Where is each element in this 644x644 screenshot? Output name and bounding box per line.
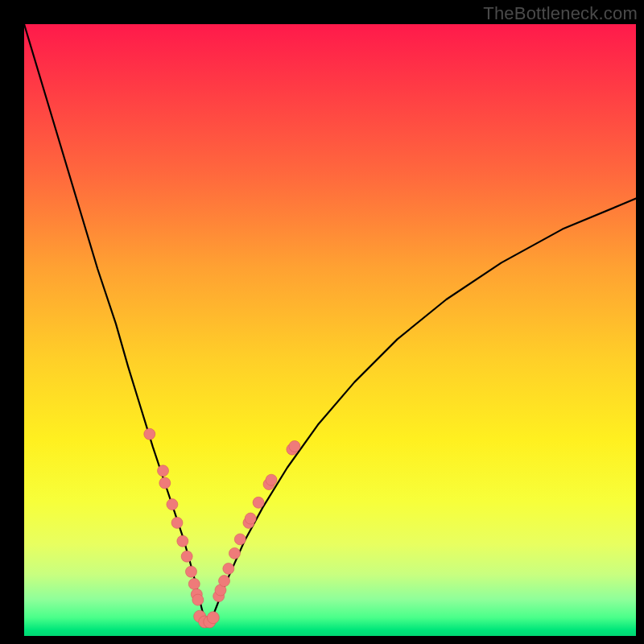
chart-frame: TheBottleneck.com (0, 0, 644, 644)
data-point (171, 517, 183, 528)
chart-overlay (24, 24, 636, 636)
plot-area (24, 24, 636, 636)
data-point (229, 547, 240, 559)
data-point (192, 594, 204, 605)
data-markers (144, 428, 300, 628)
data-point (253, 497, 264, 508)
data-point (289, 440, 300, 452)
data-point (181, 551, 192, 562)
data-point (219, 576, 230, 587)
data-point (207, 612, 219, 624)
data-point (144, 428, 155, 440)
data-point (159, 477, 171, 489)
data-point (223, 563, 234, 574)
bottleneck-curve (24, 24, 636, 622)
data-point (245, 513, 256, 524)
data-point (266, 474, 277, 485)
data-point (167, 499, 178, 510)
watermark-text: TheBottleneck.com (483, 3, 638, 24)
data-point (158, 465, 169, 477)
data-point (177, 535, 188, 547)
data-point (185, 566, 196, 577)
data-point (234, 534, 246, 545)
data-point (188, 578, 200, 589)
